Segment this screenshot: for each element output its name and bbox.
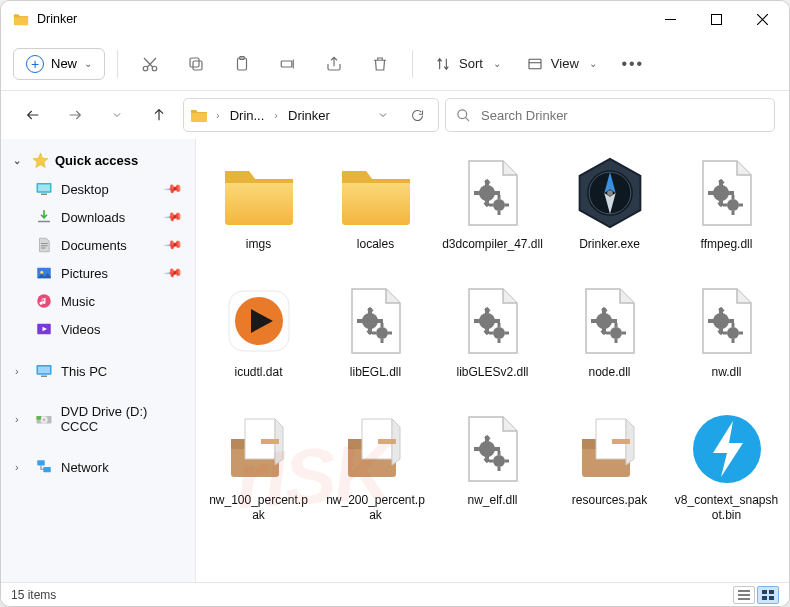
file-label: ffmpeg.dll [701,233,753,265]
sidebar-item-pictures[interactable]: Pictures📌 [5,259,191,287]
sidebar-item-this-pc[interactable]: › This PC [5,357,191,385]
chevron-right-icon: › [15,413,27,425]
file-item[interactable]: locales [319,149,432,269]
svg-rect-53 [43,467,51,472]
sidebar-item-music[interactable]: Music [5,287,191,315]
toolbar: + New ⌄ Sort ⌄ View ⌄ ••• [1,37,789,91]
copy-button[interactable] [176,46,216,82]
close-button[interactable] [739,3,785,35]
delete-button[interactable] [360,46,400,82]
file-item[interactable]: nw_elf.dll [436,405,549,527]
plus-icon: + [26,55,44,73]
share-button[interactable] [314,46,354,82]
file-item[interactable]: resources.pak [553,405,666,527]
file-item[interactable]: imgs [202,149,315,269]
file-label: node.dll [588,361,630,393]
search-icon [456,108,471,123]
file-item[interactable]: v8_context_snapshot.bin [670,405,783,527]
new-button[interactable]: + New ⌄ [13,48,105,80]
new-label: New [51,56,77,71]
minimize-button[interactable] [647,3,693,35]
svg-point-36 [458,109,467,118]
dll-icon [336,281,416,361]
sidebar-item-label: Desktop [61,182,109,197]
folder-icon [190,106,208,124]
file-item[interactable]: nw_100_percent.pak [202,405,315,527]
explorer-window: Drinker + New ⌄ Sort ⌄ View ⌄ ••• [0,0,790,607]
sidebar-item-network[interactable]: › Network [5,453,191,481]
this-pc-icon [35,362,53,380]
recent-button[interactable] [99,97,135,133]
file-item[interactable]: node.dll [553,277,666,397]
up-button[interactable] [141,97,177,133]
svg-rect-47 [41,376,47,378]
cut-button[interactable] [130,46,170,82]
item-count: 15 items [11,588,56,602]
chevron-down-icon: ⌄ [13,155,25,166]
downloads-icon [35,208,53,226]
chevron-right-icon[interactable]: › [270,109,282,121]
sidebar-quick-access[interactable]: ⌄ Quick access [5,145,191,175]
sidebar-item-downloads[interactable]: Downloads📌 [5,203,191,231]
dll-icon [453,281,533,361]
dat-play-icon [219,281,299,361]
svg-rect-57 [769,596,774,600]
view-button[interactable]: View ⌄ [517,50,607,78]
refresh-button[interactable] [402,100,432,130]
chevron-down-icon: ⌄ [589,58,597,69]
more-button[interactable]: ••• [613,46,653,82]
file-item[interactable]: nw.dll [670,277,783,397]
sidebar-item-dvd[interactable]: › DVD Drive (D:) CCCC [5,399,191,439]
forward-button[interactable] [57,97,93,133]
sidebar-item-documents[interactable]: Documents📌 [5,231,191,259]
search-box[interactable] [445,98,775,132]
file-item[interactable]: libGLESv2.dll [436,277,549,397]
sidebar-item-videos[interactable]: Videos [5,315,191,343]
back-button[interactable] [15,97,51,133]
chevron-right-icon[interactable]: › [212,109,224,121]
file-label: nw.dll [711,361,741,393]
svg-rect-54 [762,590,767,594]
breadcrumb[interactable]: › Drin... › Drinker [183,98,439,132]
file-item[interactable]: libEGL.dll [319,277,432,397]
file-item[interactable]: Drinker.exe [553,149,666,269]
file-item[interactable]: nw_200_percent.pak [319,405,432,527]
svg-rect-27 [711,14,721,24]
details-view-button[interactable] [733,586,755,604]
svg-point-29 [152,66,157,71]
pak-icon [570,409,650,489]
dll-icon [687,153,767,233]
view-toggle [733,586,779,604]
breadcrumb-seg-2[interactable]: Drinker [286,108,332,123]
paste-button[interactable] [222,46,262,82]
file-item[interactable]: d3dcompiler_47.dll [436,149,549,269]
content-pane: rISK imgslocalesd3dcompiler_47.dllDrinke… [196,139,789,582]
svg-rect-35 [529,59,541,68]
rename-button[interactable] [268,46,308,82]
folder-icon [13,11,29,27]
search-input[interactable] [481,108,764,123]
dll-icon [453,153,533,233]
title-bar: Drinker [1,1,789,37]
videos-icon [35,320,53,338]
file-item[interactable]: icudtl.dat [202,277,315,397]
sidebar-item-desktop[interactable]: Desktop📌 [5,175,191,203]
pin-icon: 📌 [163,179,183,199]
sort-button[interactable]: Sort ⌄ [425,50,511,78]
music-icon [35,292,53,310]
sidebar: ⌄ Quick access Desktop📌Downloads📌Documen… [1,139,196,582]
sidebar-item-label: Pictures [61,266,108,281]
svg-point-50 [43,419,45,421]
sidebar-item-label: Downloads [61,210,125,225]
icons-view-button[interactable] [757,586,779,604]
breadcrumb-seg-1[interactable]: Drin... [228,108,267,123]
dll-icon [687,281,767,361]
separator [117,50,118,78]
body: ⌄ Quick access Desktop📌Downloads📌Documen… [1,139,789,582]
desktop-icon [35,180,53,198]
bin-bolt-icon [687,409,767,489]
breadcrumb-dropdown[interactable] [368,100,398,130]
file-item[interactable]: ffmpeg.dll [670,149,783,269]
file-label: d3dcompiler_47.dll [442,233,543,265]
maximize-button[interactable] [693,3,739,35]
